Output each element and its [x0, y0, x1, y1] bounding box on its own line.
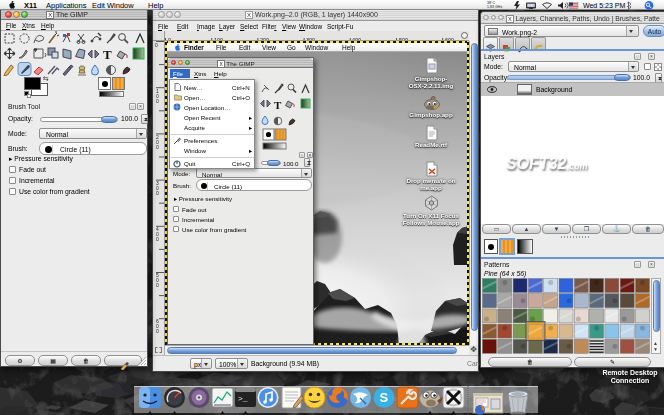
svg-text:0: 0 [156, 328, 159, 334]
svg-text:T: T [274, 99, 282, 111]
svg-text:0: 0 [156, 144, 159, 150]
svg-text:T: T [103, 47, 112, 62]
svg-text:Wed 5:23 PM: Wed 5:23 PM [583, 2, 625, 9]
svg-text:0: 0 [156, 98, 159, 104]
svg-text:0: 0 [156, 190, 159, 196]
svg-text:0: 0 [155, 42, 158, 48]
svg-text:S: S [380, 390, 389, 405]
svg-text:0: 0 [156, 282, 159, 288]
svg-text:>_: >_ [238, 394, 248, 403]
svg-text:0: 0 [156, 236, 159, 242]
